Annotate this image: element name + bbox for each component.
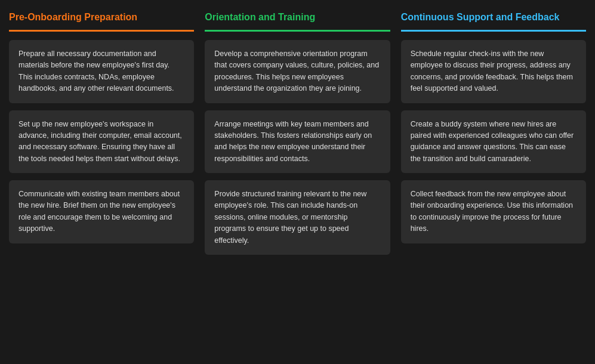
column-title-pre-onboarding: Pre-Onboarding Preparation xyxy=(9,12,194,23)
column-continuous-support: Continuous Support and FeedbackSchedule … xyxy=(401,12,586,243)
column-header-continuous-support: Continuous Support and Feedback xyxy=(401,12,586,32)
card-orientation-training-1: Arrange meetings with key team members a… xyxy=(205,110,390,174)
column-orientation-training: Orientation and TrainingDevelop a compre… xyxy=(205,12,390,255)
card-orientation-training-0: Develop a comprehensive orientation prog… xyxy=(205,40,390,103)
card-continuous-support-2: Collect feedback from the new employee a… xyxy=(401,180,586,243)
column-title-continuous-support: Continuous Support and Feedback xyxy=(401,12,586,23)
card-pre-onboarding-0: Prepare all necessary documentation and … xyxy=(9,40,194,103)
card-continuous-support-0: Schedule regular check-ins with the new … xyxy=(401,40,586,103)
card-continuous-support-1: Create a buddy system where new hires ar… xyxy=(401,110,586,174)
columns-container: Pre-Onboarding PreparationPrepare all ne… xyxy=(9,12,586,255)
card-pre-onboarding-1: Set up the new employee's workspace in a… xyxy=(9,110,194,174)
column-title-orientation-training: Orientation and Training xyxy=(205,12,390,23)
card-pre-onboarding-2: Communicate with existing team members a… xyxy=(9,180,194,243)
card-orientation-training-2: Provide structured training relevant to … xyxy=(205,180,390,255)
column-header-pre-onboarding: Pre-Onboarding Preparation xyxy=(9,12,194,32)
column-pre-onboarding: Pre-Onboarding PreparationPrepare all ne… xyxy=(9,12,194,243)
column-header-orientation-training: Orientation and Training xyxy=(205,12,390,32)
